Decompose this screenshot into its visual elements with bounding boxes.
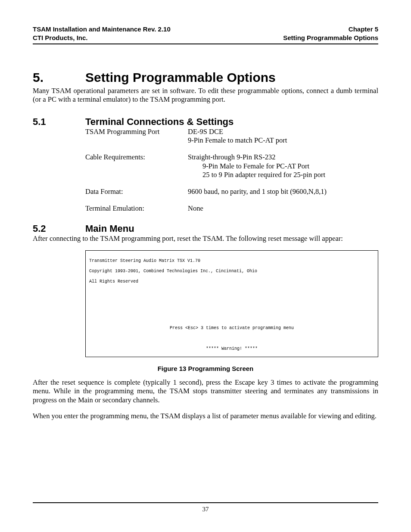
setting-value: None [188,204,203,213]
page-header: TSAM Installation and Maintenance Rev. 2… [33,25,378,43]
setting-value-line: 9600 baud, no parity, and 1 stop bit (96… [188,187,327,196]
setting-value: 9600 baud, no parity, and 1 stop bit (96… [188,187,327,196]
setting-label: Terminal Emulation: [85,204,188,213]
section-5-2-heading: 5.2 Main Menu [33,223,378,234]
terminal-line: All Rights Reserved [89,279,374,284]
setting-row-port: TSAM Programming Port DE-9S DCE 9-Pin Fe… [85,128,378,145]
figure-caption: Figure 13 Programming Screen [33,365,378,372]
setting-label: Data Format: [85,187,188,196]
header-left-top: TSAM Installation and Maintenance Rev. 2… [33,25,171,34]
header-left-bottom: CTI Products, Inc. [33,34,88,42]
page-footer: 37 [33,502,378,513]
setting-value-line: 25 to 9 Pin adapter required for 25-pin … [202,171,325,180]
page: TSAM Installation and Maintenance Rev. 2… [0,0,411,532]
setting-row-format: Data Format: 9600 baud, no parity, and 1… [85,187,378,196]
setting-label: TSAM Programming Port [85,128,188,145]
setting-label: Cable Requirements: [85,153,188,180]
setting-value: DE-9S DCE 9-Pin Female to match PC-AT po… [188,128,287,145]
terminal-settings-table: TSAM Programming Port DE-9S DCE 9-Pin Fe… [85,128,378,213]
terminal-line: ***** Warning! ***** [89,346,374,352]
header-right-bottom: Setting Programmable Options [283,34,378,42]
footer-rule [33,502,378,503]
setting-value-line: 9-Pin Female to match PC-AT port [188,136,287,145]
setting-value-line: 9-Pin Male to Female for PC-AT Port [202,162,325,171]
header-rule [33,44,378,44]
chapter-number: 5. [33,70,85,85]
terminal-line: Press <Esc> 3 times to activate programm… [89,326,374,331]
header-right-top: Chapter 5 [349,25,378,34]
section-title: Main Menu [85,223,134,234]
setting-row-emulation: Terminal Emulation: None [85,204,378,213]
section-number: 5.1 [33,116,85,128]
section-5-2-intro: After connecting to the TSAM programming… [33,234,378,243]
section-number: 5.2 [33,223,85,234]
terminal-output-box: Transmitter Steering Audio Matrix TSX V1… [85,250,378,357]
terminal-line: Transmitter Steering Audio Matrix TSX V1… [89,258,374,264]
setting-value-line: Straight-through 9-Pin RS-232 [188,153,325,162]
setting-row-cable: Cable Requirements: Straight-through 9-P… [85,153,378,180]
terminal-line: Copyright 1993-2001, Combined Technologi… [89,269,374,274]
section-5-1-heading: 5.1 Terminal Connections & Settings [33,116,378,128]
section-title: Terminal Connections & Settings [85,116,234,128]
setting-value-line: None [188,204,203,213]
body-paragraph: When you enter the programming menu, the… [33,412,378,421]
setting-value: Straight-through 9-Pin RS-232 9-Pin Male… [188,153,325,180]
chapter-intro: Many TSAM operational parameters are set… [33,87,378,104]
setting-value-line: DE-9S DCE [188,128,287,137]
body-paragraph: After the reset sequence is complete (ty… [33,378,378,405]
chapter-title: Setting Programmable Options [85,70,276,85]
chapter-heading: 5. Setting Programmable Options [33,70,378,85]
page-number: 37 [33,506,378,513]
